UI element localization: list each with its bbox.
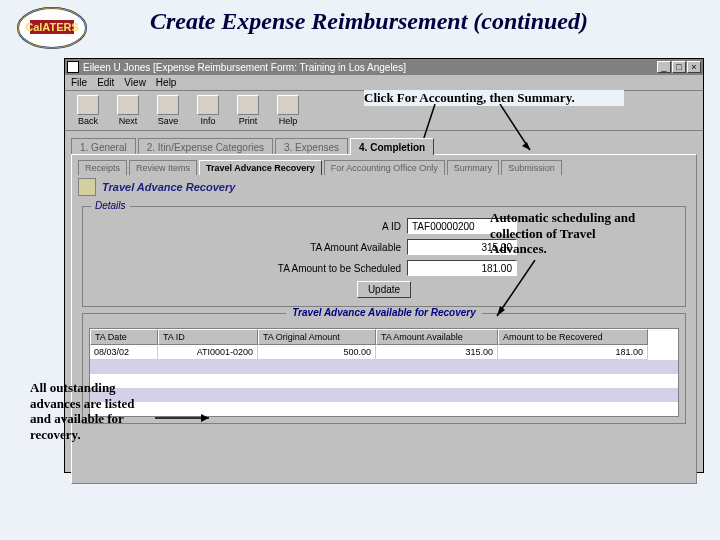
callout-left: All outstanding advances are listed and … xyxy=(30,380,150,442)
cell-ta-original: 500.00 xyxy=(258,345,376,360)
cell-ta-id: ATI0001-0200 xyxy=(158,345,258,360)
tab-expense-categories[interactable]: 2. Itin/Expense Categories xyxy=(138,138,273,155)
col-ta-available[interactable]: TA Amount Available xyxy=(376,329,498,345)
sub-tabs: Receipts Review Items Travel Advance Rec… xyxy=(78,159,690,174)
recovery-grid: TA Date TA ID TA Original Amount TA Amou… xyxy=(89,328,679,417)
col-ta-id[interactable]: TA ID xyxy=(158,329,258,345)
arrow-icon xyxy=(155,412,215,424)
ta-available-label: TA Amount Available xyxy=(310,242,401,253)
cell-amount-recovered: 181.00 xyxy=(498,345,648,360)
toolbar-next[interactable]: Next xyxy=(111,95,145,126)
svg-line-8 xyxy=(497,260,535,316)
ta-scheduled-label: TA Amount to be Scheduled xyxy=(278,263,401,274)
table-row xyxy=(90,388,678,402)
subtab-accounting-only[interactable]: For Accounting Office Only xyxy=(324,160,445,175)
app-icon xyxy=(67,61,79,73)
col-amount-recovered[interactable]: Amount to be Recovered xyxy=(498,329,648,345)
subtab-submission[interactable]: Submission xyxy=(501,160,562,175)
tab-general[interactable]: 1. General xyxy=(71,138,136,155)
col-ta-original[interactable]: TA Original Amount xyxy=(258,329,376,345)
subtab-summary[interactable]: Summary xyxy=(447,160,500,175)
menu-help[interactable]: Help xyxy=(156,77,177,88)
toolbar-help[interactable]: Help xyxy=(271,95,305,126)
arrow-icon xyxy=(495,260,555,320)
recovery-grid-legend: Travel Advance Available for Recovery xyxy=(286,307,482,318)
minimize-button[interactable]: _ xyxy=(657,61,671,73)
subtab-receipts[interactable]: Receipts xyxy=(78,160,127,175)
svg-marker-9 xyxy=(497,306,505,316)
tab-completion[interactable]: 4. Completion xyxy=(350,138,434,155)
page-title: Create Expense Reimbursement (continued) xyxy=(150,8,588,35)
subtab-travel-advance-recovery[interactable]: Travel Advance Recovery xyxy=(199,160,322,175)
print-icon xyxy=(237,95,259,115)
toolbar-info[interactable]: Info xyxy=(191,95,225,126)
expense-form-window: Eileen U Jones [Expense Reimbursement Fo… xyxy=(64,58,704,473)
close-button[interactable]: × xyxy=(687,61,701,73)
cell-ta-date: 08/03/02 xyxy=(90,345,158,360)
update-button[interactable]: Update xyxy=(357,281,411,298)
toolbar-print[interactable]: Print xyxy=(231,95,265,126)
completion-panel: Receipts Review Items Travel Advance Rec… xyxy=(71,154,697,484)
subtab-review-items[interactable]: Review Items xyxy=(129,160,197,175)
window-title: Eileen U Jones [Expense Reimbursement Fo… xyxy=(83,62,656,73)
cell-ta-available: 315.00 xyxy=(376,345,498,360)
menu-file[interactable]: File xyxy=(71,77,87,88)
info-icon xyxy=(197,95,219,115)
tab-expenses[interactable]: 3. Expenses xyxy=(275,138,348,155)
svg-text:CalATERS: CalATERS xyxy=(25,21,79,33)
save-disk-icon xyxy=(157,95,179,115)
svg-line-6 xyxy=(500,104,530,150)
help-icon xyxy=(277,95,299,115)
a-id-label: A ID xyxy=(382,221,401,232)
table-row xyxy=(90,360,678,374)
window-titlebar: Eileen U Jones [Expense Reimbursement Fo… xyxy=(65,59,703,75)
menu-view[interactable]: View xyxy=(124,77,146,88)
menu-bar: File Edit View Help xyxy=(65,75,703,91)
grid-header-row: TA Date TA ID TA Original Amount TA Amou… xyxy=(90,329,678,345)
col-ta-date[interactable]: TA Date xyxy=(90,329,158,345)
main-tabs: 1. General 2. Itin/Expense Categories 3.… xyxy=(71,137,697,154)
toolbar-back[interactable]: Back xyxy=(71,95,105,126)
table-row[interactable]: 08/03/02 ATI0001-0200 500.00 315.00 181.… xyxy=(90,345,678,360)
recovery-grid-fieldset: Travel Advance Available for Recovery TA… xyxy=(82,313,686,424)
toolbar-save[interactable]: Save xyxy=(151,95,185,126)
svg-marker-11 xyxy=(201,414,209,422)
next-arrow-icon xyxy=(117,95,139,115)
arrow-icon xyxy=(420,104,540,154)
back-arrow-icon xyxy=(77,95,99,115)
menu-edit[interactable]: Edit xyxy=(97,77,114,88)
callout-right: Automatic scheduling and collection of T… xyxy=(490,210,640,257)
maximize-button[interactable]: □ xyxy=(672,61,686,73)
panel-heading: Travel Advance Recovery xyxy=(102,181,235,193)
details-legend: Details xyxy=(91,200,130,211)
travel-advance-icon xyxy=(78,178,96,196)
calaters-logo: CalATERS xyxy=(8,6,96,50)
svg-marker-7 xyxy=(522,142,530,150)
table-row xyxy=(90,374,678,388)
